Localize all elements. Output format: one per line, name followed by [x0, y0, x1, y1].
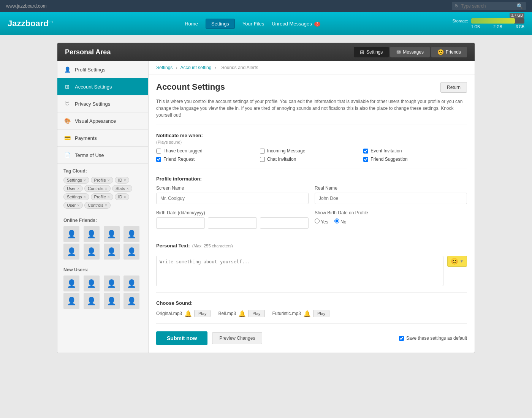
sidebar: 👤 Profil Settings ⊞ Account Settings 🛡 P… — [57, 61, 149, 353]
tag-controls-2[interactable]: Controls — [84, 202, 111, 209]
play-bell-button[interactable]: Play — [248, 310, 264, 317]
birth-yyyy-input[interactable]: 2012 — [260, 217, 309, 229]
birth-dd-input[interactable]: 21 — [156, 217, 205, 229]
breadcrumb-settings[interactable]: Settings — [156, 65, 173, 70]
notify-incoming-checkbox[interactable] — [260, 149, 265, 154]
play-original-button[interactable]: Play — [194, 310, 211, 317]
sidebar-item-privacy[interactable]: 🛡 Privacy Settings — [57, 95, 148, 112]
friend-avatar[interactable]: 👤 — [104, 244, 120, 260]
tag-id-1[interactable]: ID — [115, 177, 130, 184]
birth-mm-input[interactable]: 12 — [208, 217, 256, 229]
tag-profile-1[interactable]: Profile — [91, 177, 113, 184]
choose-sound-section: Choose Sound: Original.mp3 🔔 Play Bell.m… — [156, 300, 467, 324]
tag-id-2[interactable]: ID — [115, 193, 130, 200]
sidebar-item-terms[interactable]: 📄 Terms of Use — [57, 147, 148, 164]
notify-suggestion-checkbox[interactable] — [363, 157, 368, 162]
new-user-avatar[interactable]: 👤 — [124, 293, 139, 309]
personal-text-input[interactable] — [156, 256, 443, 286]
breadcrumb: Settings › Account setting › Sounds and … — [149, 61, 475, 74]
notify-tagged[interactable]: I have been tagged — [156, 148, 260, 154]
new-user-avatar[interactable]: 👤 — [63, 276, 79, 291]
submit-button[interactable]: Submit now — [156, 331, 207, 345]
notify-incoming-message[interactable]: Incoming Message — [260, 148, 364, 154]
friend-avatar[interactable]: 👤 — [104, 226, 120, 242]
sidebar-item-visual[interactable]: 🎨 Visual Appearance — [57, 112, 148, 130]
notify-friend-suggestion[interactable]: Friend Suggestion — [363, 157, 467, 162]
settings-header: Account Settings Return — [156, 82, 467, 93]
notify-friend-request[interactable]: Friend Request — [156, 157, 260, 162]
new-users-grid: 👤 👤 👤 👤 👤 👤 👤 👤 — [57, 274, 148, 314]
sound-options: Original.mp3 🔔 Play Bell.mp3 🔔 Play Futu… — [156, 310, 467, 317]
nav-bar: Jazzboardtm Home Settings Your Files Unr… — [0, 12, 532, 35]
tag-user-2[interactable]: User — [63, 202, 83, 209]
notify-friend-checkbox[interactable] — [156, 157, 161, 162]
tag-row-1: Settings Profile ID — [63, 177, 142, 184]
tab-messages[interactable]: ✉ Messages — [390, 47, 430, 57]
new-user-avatar[interactable]: 👤 — [104, 276, 120, 291]
personal-area-header: Personal Area ⊞ Settings ✉ Messages 😊 Fr… — [57, 43, 475, 61]
radio-yes-input[interactable] — [315, 218, 320, 223]
radio-no[interactable]: No — [334, 218, 347, 225]
account-icon: ⊞ — [63, 83, 71, 90]
real-name-input[interactable] — [315, 193, 467, 204]
content-area: 👤 Profil Settings ⊞ Account Settings 🛡 P… — [57, 61, 475, 353]
nav-your-files[interactable]: Your Files — [242, 21, 264, 27]
new-user-avatar[interactable]: 👤 — [63, 293, 79, 309]
new-user-avatar[interactable]: 👤 — [84, 276, 100, 291]
save-default-label[interactable]: Save these settings as default — [399, 336, 467, 341]
preview-button[interactable]: Preview Changes — [212, 332, 262, 344]
tab-settings[interactable]: ⊞ Settings — [354, 47, 389, 57]
friend-avatar[interactable]: 👤 — [84, 244, 100, 260]
return-button[interactable]: Return — [440, 82, 467, 93]
emoji-button[interactable]: 😊 ▼ — [447, 256, 467, 267]
nav-unread-messages[interactable]: Unread Messages 3 — [272, 21, 320, 27]
notify-chat-invitation[interactable]: Chat Invitation — [260, 157, 364, 162]
choose-sound-label: Choose Sound: — [156, 300, 467, 306]
nav-settings[interactable]: Settings — [206, 19, 235, 29]
notifications-sublabel: (Plays sound) — [156, 140, 467, 144]
tag-controls-1[interactable]: Controls — [84, 185, 111, 192]
friend-avatar[interactable]: 👤 — [63, 244, 79, 260]
sidebar-item-account[interactable]: ⊞ Account Settings — [57, 78, 148, 95]
nav-home[interactable]: Home — [185, 21, 198, 27]
notify-tagged-checkbox[interactable] — [156, 149, 161, 154]
notify-chat-checkbox[interactable] — [260, 157, 265, 162]
play-futuristic-button[interactable]: Play — [313, 310, 329, 317]
friend-avatar[interactable]: 👤 — [63, 226, 79, 242]
notify-event-checkbox[interactable] — [363, 149, 368, 154]
personal-text-area: 😊 ▼ — [156, 256, 467, 286]
sidebar-item-profil[interactable]: 👤 Profil Settings — [57, 61, 148, 78]
settings-tab-icon: ⊞ — [360, 49, 364, 55]
emoji-icon: 😊 — [451, 258, 458, 265]
breadcrumb-account-setting[interactable]: Account setting — [180, 65, 211, 70]
personal-text-sublabel: (Max. 255 characters) — [192, 244, 233, 248]
tag-profile-2[interactable]: Profile — [91, 193, 113, 200]
main-container: Personal Area ⊞ Settings ✉ Messages 😊 Fr… — [57, 43, 475, 353]
tag-row-3: Settings Profile ID — [63, 193, 142, 200]
tag-user-1[interactable]: User — [63, 185, 83, 192]
friend-avatar[interactable]: 👤 — [124, 226, 139, 242]
radio-no-input[interactable] — [334, 218, 339, 223]
profile-info-grid: Screen Name Real Name Birth Date (dd/mm/… — [156, 185, 467, 229]
tab-friends[interactable]: 😊 Friends — [431, 47, 467, 57]
radio-group: Yes No — [315, 218, 467, 226]
radio-yes[interactable]: Yes — [315, 218, 328, 225]
new-user-avatar[interactable]: 👤 — [124, 276, 139, 291]
tag-stats[interactable]: Stats — [112, 185, 132, 192]
tag-settings-1[interactable]: Settings — [63, 177, 89, 184]
sound-futuristic-icon: 🔔 — [303, 310, 311, 317]
sound-futuristic: Futuristic.mp3 🔔 Play — [272, 310, 330, 317]
new-user-avatar[interactable]: 👤 — [84, 293, 100, 309]
personal-text-section: Personal Text: (Max. 255 characters) 😊 ▼ — [156, 243, 467, 293]
save-default-checkbox[interactable] — [399, 336, 404, 341]
search-icon[interactable]: 🔍 — [516, 3, 523, 9]
friend-avatar[interactable]: 👤 — [124, 244, 139, 260]
tag-settings-2[interactable]: Settings — [63, 193, 89, 200]
search-input[interactable] — [461, 3, 514, 9]
friend-avatar[interactable]: 👤 — [84, 226, 100, 242]
notify-event-invitation[interactable]: Event Invitation — [363, 148, 467, 154]
visual-icon: 🎨 — [63, 117, 71, 125]
new-user-avatar[interactable]: 👤 — [104, 293, 120, 309]
sidebar-item-payments[interactable]: 💳 Payments — [57, 130, 148, 147]
screen-name-input[interactable] — [156, 193, 309, 204]
